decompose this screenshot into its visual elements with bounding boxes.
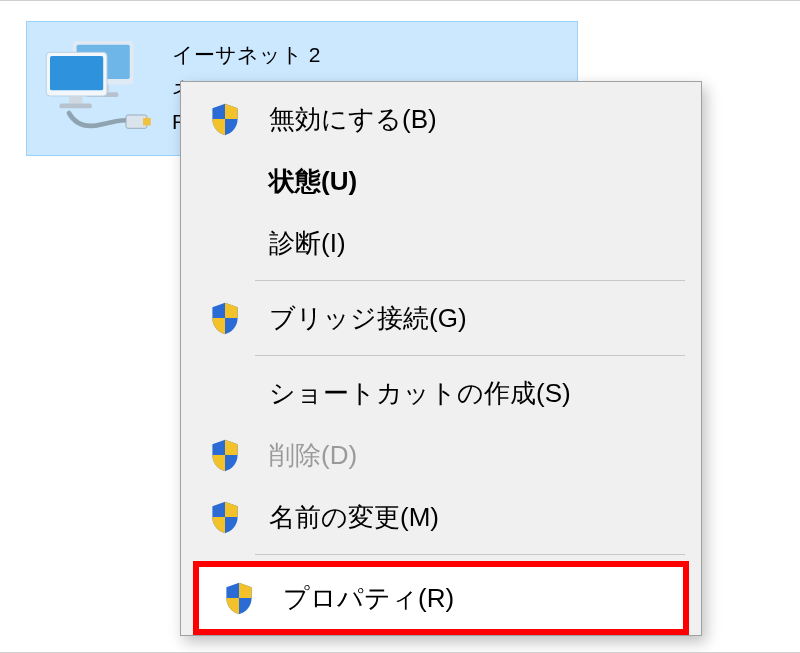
svg-rect-9 <box>143 118 151 126</box>
highlight-annotation: プロパティ(R) <box>193 561 689 635</box>
menu-item-label: 無効にする(B) <box>269 102 437 137</box>
adapter-name: イーサネット 2 <box>172 38 321 72</box>
menu-separator <box>255 554 685 555</box>
spacer-icon <box>205 373 245 413</box>
spacer-icon <box>205 161 245 201</box>
menu-item-label: 名前の変更(M) <box>269 500 439 535</box>
menu-item-disable[interactable]: 無効にする(B) <box>185 88 697 150</box>
menu-item-rename[interactable]: 名前の変更(M) <box>185 486 697 548</box>
shield-icon <box>219 578 259 618</box>
context-menu: 無効にする(B) 状態(U) 診断(I) ブリッジ接続(G) ショートカットの作… <box>180 81 702 636</box>
menu-item-diagnose[interactable]: 診断(I) <box>185 212 697 274</box>
svg-rect-5 <box>50 56 103 90</box>
menu-item-label: ブリッジ接続(G) <box>269 301 467 336</box>
spacer-icon <box>205 223 245 263</box>
shield-icon <box>205 298 245 338</box>
shield-icon <box>205 497 245 537</box>
menu-item-properties[interactable]: プロパティ(R) <box>199 567 683 629</box>
menu-separator <box>255 355 685 356</box>
menu-item-bridge[interactable]: ブリッジ接続(G) <box>185 287 697 349</box>
menu-item-label: 状態(U) <box>269 164 357 199</box>
shield-icon <box>205 435 245 475</box>
menu-item-label: ショートカットの作成(S) <box>269 376 571 411</box>
menu-item-delete: 削除(D) <box>185 424 697 486</box>
ethernet-adapter-icon <box>35 34 160 139</box>
shield-icon <box>205 99 245 139</box>
menu-item-label: 削除(D) <box>269 438 357 473</box>
menu-item-label: 診断(I) <box>269 226 346 261</box>
menu-item-status[interactable]: 状態(U) <box>185 150 697 212</box>
svg-rect-7 <box>60 104 92 109</box>
svg-rect-6 <box>69 96 82 104</box>
menu-item-label: プロパティ(R) <box>283 581 454 616</box>
menu-item-create-shortcut[interactable]: ショートカットの作成(S) <box>185 362 697 424</box>
menu-separator <box>255 280 685 281</box>
